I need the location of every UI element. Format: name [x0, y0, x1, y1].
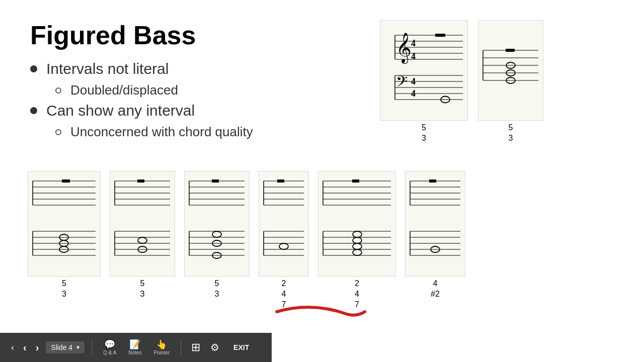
notation-numbers-1: 53: [422, 123, 426, 144]
toolbar-divider-1: [92, 340, 92, 355]
red-swoosh-annotation: [272, 297, 372, 322]
bottom-numbers-1: 53: [62, 279, 66, 300]
bottom-staff-5: 247: [318, 171, 396, 310]
staff-system-2: 53: [478, 20, 543, 144]
svg-rect-39: [62, 179, 70, 183]
notation-top-group: 𝄞 4 4 𝄢 4 4 53: [380, 20, 543, 144]
nav-prev-prev-button[interactable]: ‹: [8, 340, 17, 355]
svg-rect-122: [429, 179, 436, 183]
toolbar-divider-2: [181, 340, 181, 355]
svg-text:4: 4: [411, 51, 416, 61]
svg-rect-21: [478, 20, 543, 121]
bullet-sub-dot-2: [55, 129, 61, 135]
bottom-numbers-6: 4#2: [431, 279, 440, 300]
svg-text:𝄞: 𝄞: [396, 33, 412, 64]
bottom-numbers-3: 53: [215, 279, 219, 300]
notation-numbers-2: 53: [509, 123, 513, 144]
notes-button[interactable]: 📝 Notes: [124, 338, 145, 357]
pointer-icon: 👆: [156, 340, 167, 349]
svg-rect-56: [137, 179, 144, 183]
bottom-svg-5: [318, 171, 396, 277]
layout-button[interactable]: ⊞: [188, 339, 203, 356]
svg-rect-28: [506, 49, 515, 52]
notes-icon: 📝: [129, 340, 140, 349]
dropdown-arrow-icon: ▾: [76, 344, 79, 351]
bottom-staff-3: 53: [184, 171, 250, 310]
bottom-staff-1: 53: [28, 171, 101, 310]
bottom-svg-2: [110, 171, 175, 277]
qa-icon: 💬: [104, 340, 115, 349]
staff-svg-2: [478, 20, 543, 121]
notation-bottom-group: 53 53: [28, 171, 465, 310]
staff-system-1: 𝄞 4 4 𝄢 4 4 53: [380, 20, 468, 144]
nav-prev-button[interactable]: ‹: [20, 340, 30, 355]
bottom-svg-3: [184, 171, 250, 277]
svg-rect-72: [212, 179, 219, 183]
svg-text:𝄢: 𝄢: [396, 73, 408, 94]
bottom-staff-4: 247: [259, 171, 309, 310]
pointer-button[interactable]: 👆 Pointer: [149, 338, 174, 357]
exit-button[interactable]: EXIT: [228, 341, 254, 353]
bottom-staff-6: 4#2: [405, 171, 465, 310]
settings-button[interactable]: ⚙: [207, 339, 222, 355]
nav-controls: ‹ ‹ ›: [8, 340, 42, 355]
qa-button[interactable]: 💬 Q & A: [99, 338, 120, 357]
svg-rect-89: [277, 179, 284, 183]
slide-indicator[interactable]: Slide 4 ▾: [46, 341, 85, 353]
bottom-svg-1: [28, 171, 101, 277]
bottom-staff-2: 53: [110, 171, 175, 310]
bottom-svg-4: [259, 171, 309, 277]
staff-svg-1: 𝄞 4 4 𝄢 4 4: [380, 20, 468, 121]
nav-next-button[interactable]: ›: [33, 340, 42, 355]
svg-rect-104: [352, 179, 359, 183]
bullet-dot-1: [30, 65, 37, 72]
bullet-sub-dot-1: [55, 87, 61, 94]
svg-text:4: 4: [411, 38, 416, 48]
bottom-svg-6: [405, 171, 465, 277]
bottom-numbers-2: 53: [140, 279, 145, 300]
svg-rect-9: [435, 34, 445, 37]
bullet-dot-2: [30, 107, 37, 114]
svg-text:4: 4: [411, 76, 416, 86]
svg-text:4: 4: [411, 88, 416, 99]
toolbar: ‹ ‹ › Slide 4 ▾ 💬 Q & A 📝 Notes 👆 Pointe…: [0, 333, 272, 362]
